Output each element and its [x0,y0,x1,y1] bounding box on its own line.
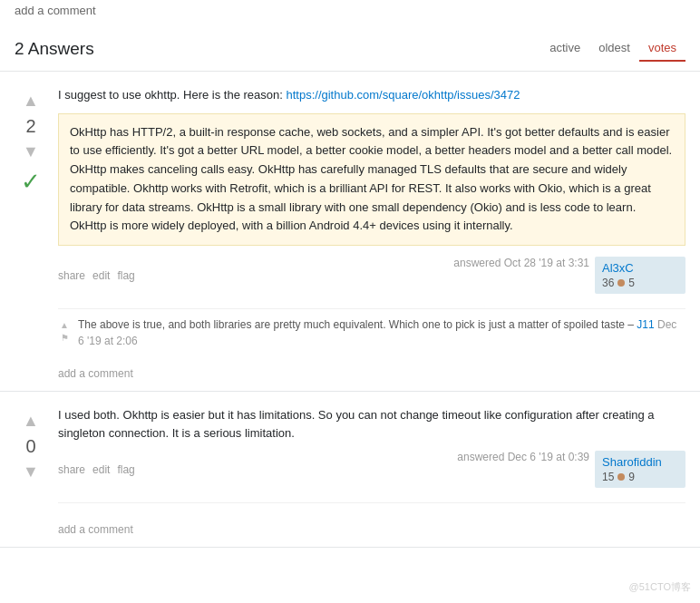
answer-1-share[interactable]: share [58,269,85,282]
answer-2-vote-section: ▲ 0 ▼ [15,406,47,547]
answer-2-meta: answered Dec 6 '19 at 0:39 Sharofiddin 1… [457,451,685,488]
answer-1-edit[interactable]: edit [92,269,110,282]
answer-1-content: I suggest to use okhttp. Here is the rea… [58,86,685,391]
answer-1-add-comment[interactable]: add a comment [58,362,685,391]
answer-2-answered-label: answered Dec 6 '19 at 0:39 [457,451,589,463]
answers-title: 2 Answers [15,39,94,59]
answer-2-downvote[interactable]: ▼ [16,459,45,484]
comment-1-upvote[interactable]: ▲ [58,318,71,331]
answer-1-accepted-check: ✓ [21,168,41,196]
answer-2-bronze-dot [617,473,625,481]
comment-1-flag-icon[interactable]: ⚑ [61,331,69,345]
tab-votes[interactable]: votes [639,35,685,62]
answer-1-rep: 36 5 [602,277,678,289]
answer-1-vote-count: 2 [25,113,35,139]
answer-2-upvote[interactable]: ▲ [16,408,45,433]
answer-1-username[interactable]: Al3xC [602,261,678,275]
answer-2-vote-count: 0 [25,433,35,459]
answer-1-vote-section: ▲ 2 ▼ ✓ [15,86,47,391]
answer-1-bronze-dot [617,279,625,287]
answers-header: 2 Answers active oldest votes [0,24,700,72]
comment-1-vote: ▲ ⚑ [58,316,71,349]
answer-2-edit[interactable]: edit [92,463,110,476]
add-comment-top-area: add a comment [0,0,700,24]
answer-2-flag[interactable]: flag [117,463,134,476]
answer-2-comments [58,502,685,518]
answer-1-downvote[interactable]: ▼ [16,139,45,164]
answer-2-meta-row: share edit flag answered Dec 6 '19 at 0:… [58,451,685,497]
answer-1-highlighted: OkHttp has HTTP/2, a built-in response c… [58,113,685,247]
answer-2-user-card: Sharofiddin 15 9 [595,451,685,488]
answer-1-text: I suggest to use okhttp. Here is the rea… [58,86,685,104]
add-comment-top-link[interactable]: add a comment [15,4,96,17]
answer-2-username[interactable]: Sharofiddin [602,455,678,469]
comment-1-commenter[interactable]: J11 [637,318,654,331]
answer-1-link[interactable]: https://github.com/square/okhttp/issues/… [286,88,520,102]
answer-1-flag[interactable]: flag [117,269,134,282]
comment-1-text: The above is true, and both libraries ar… [78,316,685,349]
tab-active[interactable]: active [540,35,589,62]
answer-2-block: ▲ 0 ▼ I used both. Okhttp is easier but … [0,392,700,548]
answer-2-content: I used both. Okhttp is easier but it has… [58,406,685,547]
comment-1: ▲ ⚑ The above is true, and both librarie… [58,316,685,349]
answer-1-block: ▲ 2 ▼ ✓ I suggest to use okhttp. Here is… [0,72,700,392]
answer-2-rep: 15 9 [602,471,678,483]
tab-oldest[interactable]: oldest [589,35,639,62]
answer-1-meta-row: share edit flag answered Oct 28 '19 at 3… [58,257,685,303]
sort-tabs: active oldest votes [540,35,685,62]
answer-1-upvote[interactable]: ▲ [16,88,45,113]
answer-1-meta: answered Oct 28 '19 at 3:31 Al3xC 36 5 [453,257,685,294]
answer-1-actions: share edit flag [58,269,135,282]
answer-1-user-card: Al3xC 36 5 [595,257,685,294]
answer-1-comments: ▲ ⚑ The above is true, and both librarie… [58,308,685,362]
answer-1-answered-label: answered Oct 28 '19 at 3:31 [453,257,589,269]
answer-2-actions: share edit flag [58,463,135,476]
answer-2-add-comment[interactable]: add a comment [58,518,685,547]
answer-2-text: I used both. Okhttp is easier but it has… [58,406,685,442]
answer-2-share[interactable]: share [58,463,85,476]
